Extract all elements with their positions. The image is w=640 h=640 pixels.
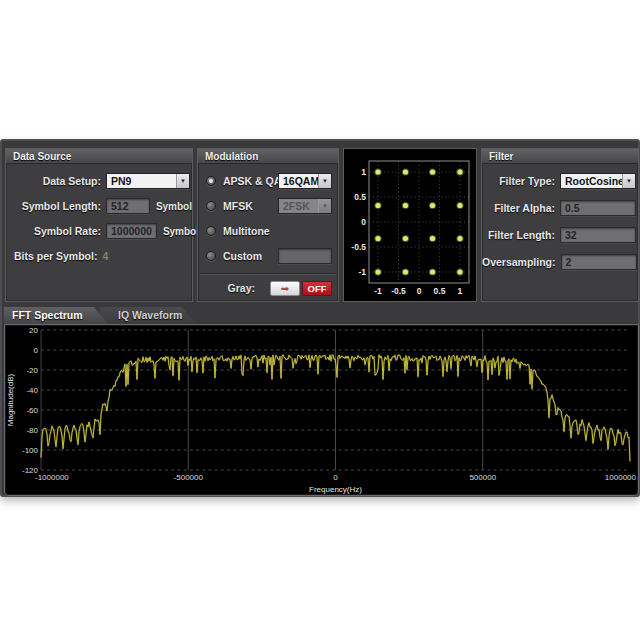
apsk-qam-dropdown[interactable]: 16QAM ▼	[278, 173, 332, 189]
oversampling-field[interactable]: 2	[561, 254, 637, 270]
fft-spectrum-panel: 200-20-40-60-80-100-120-1000000-50000005…	[4, 324, 639, 496]
radio-multitone[interactable]	[206, 226, 216, 236]
svg-text:-40: -40	[26, 386, 38, 395]
custom-file-field[interactable]	[278, 248, 332, 264]
bits-per-symbol-value: 4	[102, 250, 108, 262]
data-source-panel-title: Data Source	[6, 149, 192, 164]
svg-text:-0.5: -0.5	[391, 286, 406, 296]
svg-text:-80: -80	[26, 426, 38, 435]
chevron-down-icon: ▼	[176, 174, 189, 188]
y-axis-title: Magnitude(dB)	[6, 373, 15, 426]
data-setup-dropdown[interactable]: PN9 ▼	[106, 173, 190, 189]
modulation-option-mfsk[interactable]: MFSK 2FSK ▼	[206, 198, 332, 214]
x-axis-title: Frequency(Hz)	[309, 485, 362, 494]
gray-toggle[interactable]: ➡ OFF	[270, 281, 332, 296]
modulation-panel: Modulation APSK & QAM 16QAM ▼ MFSK 2FSK …	[197, 148, 339, 302]
filter-type-label: Filter Type:	[482, 175, 560, 187]
gray-label: Gray:	[228, 282, 260, 294]
svg-text:0: 0	[361, 217, 366, 227]
svg-text:-1: -1	[358, 267, 366, 277]
data-source-panel: Data Source Data Setup: PN9 ▼ Symbol Len…	[5, 148, 193, 302]
modulation-option-multitone[interactable]: Multitone	[206, 223, 332, 239]
svg-text:-60: -60	[26, 406, 38, 415]
modulation-separator	[200, 273, 336, 275]
chart-tabbar: FFT Spectrum IQ Waveform	[4, 307, 640, 324]
svg-text:0.5: 0.5	[434, 286, 446, 296]
app-window: Data Source Data Setup: PN9 ▼ Symbol Len…	[0, 139, 640, 497]
chevron-down-icon: ▼	[622, 174, 635, 188]
chevron-down-icon: ▼	[318, 199, 331, 213]
modulation-option-apsk-qam[interactable]: APSK & QAM 16QAM ▼	[206, 173, 332, 189]
modulation-panel-title: Modulation	[198, 149, 338, 164]
svg-text:1000000: 1000000	[605, 473, 637, 482]
svg-text:-1: -1	[374, 286, 382, 296]
data-setup-value: PN9	[107, 175, 176, 187]
symbol-length-field[interactable]: 512	[106, 198, 150, 214]
fft-spectrum-plot: 200-20-40-60-80-100-120-1000000-50000005…	[5, 325, 638, 495]
svg-text:0: 0	[333, 473, 338, 482]
tab-iq-waveform[interactable]: IQ Waveform	[100, 307, 196, 324]
filter-panel: Filter Filter Type: RootCosine ▼ Filter …	[481, 148, 639, 302]
filter-length-label: Filter Length:	[482, 229, 560, 241]
mfsk-dropdown[interactable]: 2FSK ▼	[278, 198, 332, 214]
tab-fft-spectrum[interactable]: FFT Spectrum	[4, 307, 108, 324]
svg-text:-500000: -500000	[174, 473, 204, 482]
svg-text:1: 1	[361, 167, 366, 177]
bits-per-symbol-label: Bits per Symbol:	[12, 250, 102, 262]
filter-panel-title: Filter	[482, 149, 638, 164]
oversampling-label: Oversampling:	[482, 256, 561, 268]
filter-type-dropdown[interactable]: RootCosine ▼	[560, 173, 636, 189]
filter-length-field[interactable]: 32	[560, 227, 636, 243]
svg-text:0: 0	[34, 346, 39, 355]
gray-toggle-arrow-icon: ➡	[270, 281, 300, 296]
filter-alpha-field[interactable]: 0.5	[560, 200, 636, 216]
svg-text:1: 1	[458, 286, 463, 296]
svg-text:-0.5: -0.5	[351, 242, 366, 252]
radio-mfsk[interactable]	[206, 201, 216, 211]
modulation-option-custom[interactable]: Custom	[206, 248, 332, 264]
svg-text:20: 20	[29, 326, 38, 335]
symbol-length-label: Symbol Length:	[6, 200, 106, 212]
radio-apsk-qam[interactable]	[206, 176, 216, 186]
gray-state-badge: OFF	[302, 281, 332, 296]
data-setup-label: Data Setup:	[6, 175, 106, 187]
symbol-rate-label: Symbol Rate:	[6, 225, 106, 237]
symbol-length-unit: Symbol	[156, 201, 192, 212]
constellation-panel: 10.50-0.5-1-1-0.500.51	[343, 148, 477, 302]
chevron-down-icon: ▼	[318, 174, 331, 188]
constellation-plot: 10.50-0.5-1-1-0.500.51	[344, 149, 476, 301]
svg-text:0.5: 0.5	[354, 192, 366, 202]
symbol-rate-field[interactable]: 1000000	[106, 223, 157, 239]
radio-custom[interactable]	[206, 251, 216, 261]
svg-text:-20: -20	[26, 366, 38, 375]
svg-text:-100: -100	[22, 446, 39, 455]
svg-text:0: 0	[417, 286, 422, 296]
svg-text:-1000000: -1000000	[35, 473, 69, 482]
svg-text:500000: 500000	[469, 473, 496, 482]
filter-alpha-label: Filter Alpha:	[482, 202, 560, 214]
